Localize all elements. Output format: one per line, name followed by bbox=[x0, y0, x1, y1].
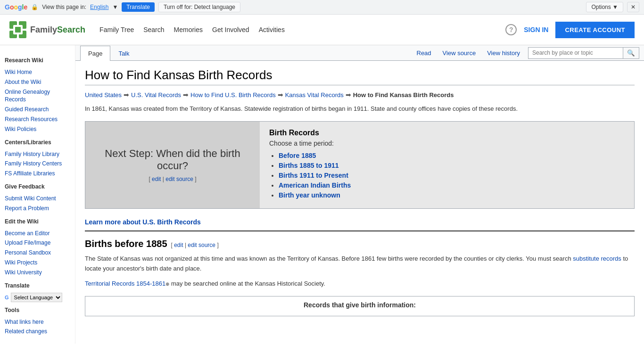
options-button[interactable]: Options ▼ bbox=[586, 2, 623, 12]
article-intro: In 1861, Kansas was created from the Ter… bbox=[85, 104, 635, 114]
tab-talk[interactable]: Talk bbox=[110, 46, 137, 61]
list-item: American Indian Births bbox=[279, 181, 625, 189]
tab-view-history[interactable]: View history bbox=[481, 46, 526, 60]
content-layout: Research Wiki Wiki Home About the Wiki O… bbox=[0, 45, 644, 344]
territorial-records-suffix: may be searched online at the Kansas His… bbox=[169, 280, 325, 287]
tab-read[interactable]: Read bbox=[411, 46, 437, 60]
research-wiki-title: Research Wiki bbox=[5, 57, 70, 64]
sidebar-item-become-editor[interactable]: Become an Editor bbox=[5, 229, 70, 239]
breadcrumb-us-birth-records[interactable]: How to Find U.S. Birth Records bbox=[190, 91, 276, 99]
sidebar-item-fs-affiliate-libraries[interactable]: FS Affiliate Libraries bbox=[5, 169, 70, 179]
google-g-icon: G bbox=[5, 295, 9, 300]
tab-view-source[interactable]: View source bbox=[437, 46, 482, 60]
logo-text: FamilySearch bbox=[30, 25, 85, 35]
births-before-1885-heading: Births before 1885 [ edit | edit source … bbox=[85, 239, 635, 249]
nav-right: ? SIGN IN CREATE ACCOUNT bbox=[505, 22, 635, 38]
section-edit-link[interactable]: edit bbox=[174, 242, 183, 248]
breadcrumb-vital-records[interactable]: U.S. Vital Records bbox=[131, 91, 181, 99]
breadcrumb: United States ➡ U.S. Vital Records ➡ How… bbox=[85, 91, 635, 99]
list-item: Birth year unknown bbox=[279, 191, 625, 199]
sign-in-button[interactable]: SIGN IN bbox=[524, 26, 548, 33]
sidebar-item-guided-research[interactable]: Guided Research bbox=[5, 105, 70, 115]
article: How to Find Kansas Birth Records United … bbox=[75, 61, 644, 323]
period-1885-1911[interactable]: Births 1885 to 1911 bbox=[279, 162, 339, 169]
logo-link[interactable]: FamilySearch bbox=[9, 21, 85, 38]
svg-rect-5 bbox=[15, 27, 21, 33]
sidebar-item-family-history-centers[interactable]: Family History Centers bbox=[5, 159, 70, 169]
info-box-edit-link[interactable]: edit bbox=[152, 176, 161, 182]
main-nav: FamilySearch Family Tree Search Memories… bbox=[0, 15, 644, 45]
territorial-records-text: Territorial Records 1854-1861⊕ may be se… bbox=[85, 279, 635, 289]
sidebar-item-personal-sandbox[interactable]: Personal Sandbox bbox=[5, 248, 70, 258]
section-edit-source-link[interactable]: edit source bbox=[188, 242, 215, 248]
period-1911-present[interactable]: Births 1911 to Present bbox=[279, 172, 348, 179]
tools-title: Tools bbox=[5, 307, 70, 313]
territorial-records-link[interactable]: Territorial Records 1854-1861 bbox=[85, 280, 165, 287]
info-box-right: Birth Records Choose a time period: Befo… bbox=[260, 122, 634, 208]
sidebar-item-wiki-projects[interactable]: Wiki Projects bbox=[5, 258, 70, 268]
nav-memories[interactable]: Memories bbox=[174, 24, 203, 36]
sidebar-item-wiki-university[interactable]: Wiki University bbox=[5, 268, 70, 278]
choose-period-text: Choose a time period: bbox=[269, 140, 625, 147]
nav-search[interactable]: Search bbox=[143, 24, 164, 36]
info-box-edit-source-link[interactable]: edit source bbox=[165, 176, 193, 182]
breadcrumb-arrow-2: ➡ bbox=[183, 91, 189, 99]
breadcrumb-usa[interactable]: United States bbox=[85, 91, 122, 99]
sidebar-item-what-links-here[interactable]: What links here bbox=[5, 317, 70, 327]
tab-page[interactable]: Page bbox=[80, 46, 110, 61]
translate-button[interactable]: Translate bbox=[122, 2, 155, 12]
info-box-edit-links: [ edit | edit source ] bbox=[95, 176, 250, 182]
help-icon[interactable]: ? bbox=[505, 24, 517, 35]
sidebar-item-about-wiki[interactable]: About the Wiki bbox=[5, 77, 70, 87]
language-select[interactable]: English bbox=[90, 4, 108, 10]
search-input[interactable] bbox=[528, 48, 623, 58]
info-box: Next Step: When did the birth occur? [ e… bbox=[85, 121, 635, 209]
edit-wiki-title: Edit the Wiki bbox=[5, 218, 70, 225]
breadcrumb-current: How to Find Kansas Birth Records bbox=[353, 91, 454, 99]
learn-more-section: Learn more about U.S. Birth Records bbox=[85, 218, 635, 226]
sidebar-item-research-resources[interactable]: Research Resources bbox=[5, 115, 70, 124]
nav-get-involved[interactable]: Get Involved bbox=[212, 24, 249, 36]
substitute-records-link[interactable]: substitute records bbox=[573, 255, 621, 262]
sidebar-item-report-problem[interactable]: Report a Problem bbox=[5, 204, 70, 214]
sidebar-item-related-changes[interactable]: Related changes bbox=[5, 327, 70, 337]
breadcrumb-kansas-vital[interactable]: Kansas Vital Records bbox=[285, 91, 344, 99]
breadcrumb-arrow-4: ➡ bbox=[346, 91, 351, 99]
translate-title: Translate bbox=[5, 282, 70, 289]
language-select-dropdown[interactable]: Select Language bbox=[11, 293, 62, 302]
records-box-heading: Records that give birth information: bbox=[92, 301, 627, 309]
sidebar-item-family-history-library[interactable]: Family History Library bbox=[5, 149, 70, 159]
birth-records-title: Birth Records bbox=[269, 129, 625, 137]
info-box-left: Next Step: When did the birth occur? [ e… bbox=[85, 122, 260, 208]
sidebar-item-upload-file[interactable]: Upload File/Image bbox=[5, 238, 70, 248]
list-item: Before 1885 bbox=[279, 152, 625, 159]
give-feedback-title: Give Feedback bbox=[5, 183, 70, 190]
view-page-text: View this page in: bbox=[42, 4, 86, 10]
breadcrumb-arrow-1: ➡ bbox=[124, 91, 129, 99]
familysearch-logo-icon bbox=[9, 21, 26, 38]
period-before-1885[interactable]: Before 1885 bbox=[279, 152, 316, 159]
tab-actions: Read View source View history 🔍 bbox=[411, 46, 640, 60]
learn-more-link[interactable]: Learn more about U.S. Birth Records bbox=[85, 218, 201, 226]
search-button[interactable]: 🔍 bbox=[623, 48, 639, 58]
next-step-text: Next Step: When did the birth occur? bbox=[95, 148, 250, 172]
sidebar-item-wiki-home[interactable]: Wiki Home bbox=[5, 67, 70, 77]
period-birth-year-unknown[interactable]: Birth year unknown bbox=[279, 191, 340, 199]
create-account-button[interactable]: CREATE ACCOUNT bbox=[555, 22, 635, 38]
google-logo: Google bbox=[5, 3, 27, 11]
sidebar-item-wiki-policies[interactable]: Wiki Policies bbox=[5, 124, 70, 134]
sidebar-item-submit-wiki[interactable]: Submit Wiki Content bbox=[5, 194, 70, 204]
nav-family-tree[interactable]: Family Tree bbox=[99, 24, 134, 36]
sidebar-item-online-genealogy[interactable]: Online Genealogy Records bbox=[5, 87, 70, 105]
close-button[interactable]: ✕ bbox=[627, 2, 639, 12]
article-title: How to Find Kansas Birth Records bbox=[85, 68, 635, 85]
turnoff-button[interactable]: Turn off for: Detect language bbox=[158, 2, 240, 12]
translate-bar: Google 🔒 View this page in: English▼ Tra… bbox=[0, 0, 644, 15]
list-item: Births 1885 to 1911 bbox=[279, 162, 625, 169]
nav-links: Family Tree Search Memories Get Involved… bbox=[99, 24, 505, 36]
period-american-indian[interactable]: American Indian Births bbox=[279, 181, 351, 189]
section-edit-links: [ edit | edit source ] bbox=[171, 242, 219, 248]
lock-icon: 🔒 bbox=[31, 4, 38, 10]
births-text-1: The State of Kansas was not organized at… bbox=[85, 255, 573, 262]
nav-activities[interactable]: Activities bbox=[259, 24, 285, 36]
